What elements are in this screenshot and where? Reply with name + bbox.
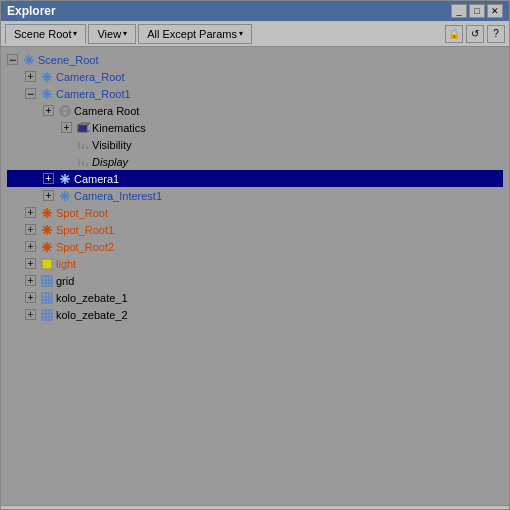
expand-icon[interactable]: + xyxy=(43,173,54,184)
kolo1-icon xyxy=(40,291,54,305)
label-visibility: Visibility xyxy=(90,139,132,151)
svg-rect-23 xyxy=(86,146,88,149)
explorer-window: Explorer _ □ ✕ Scene Root▾ View▾ All Exc… xyxy=(0,0,510,510)
svg-rect-24 xyxy=(78,159,80,166)
window-title: Explorer xyxy=(7,4,56,18)
toolbar: Scene Root▾ View▾ All Except Params▾ 🔒 ↺… xyxy=(1,21,509,47)
lock-icon: 🔒 xyxy=(448,28,460,39)
expand-icon[interactable]: + xyxy=(25,224,36,235)
tree-area[interactable]: − Scene_Root + xyxy=(1,47,509,505)
svg-rect-25 xyxy=(82,161,84,166)
camera-interest1-icon xyxy=(58,189,72,203)
tree-item-spot-root[interactable]: + Spot_Root xyxy=(7,204,503,221)
help-icon: ? xyxy=(493,28,499,39)
expand-icon[interactable]: + xyxy=(61,122,72,133)
help-button[interactable]: ? xyxy=(487,25,505,43)
expand-icon[interactable]: + xyxy=(25,207,36,218)
label-camera-root: Camera_Root xyxy=(54,71,124,83)
tree-item-light[interactable]: + light xyxy=(7,255,503,272)
title-bar-buttons: _ □ ✕ xyxy=(451,4,503,18)
refresh-icon: ↺ xyxy=(471,28,479,39)
no-expand xyxy=(61,139,72,150)
label-display: Display xyxy=(90,156,128,168)
tree-item-kinematics[interactable]: + Kinematics xyxy=(7,119,503,136)
expand-icon[interactable]: + xyxy=(25,292,36,303)
minimize-button[interactable]: _ xyxy=(451,4,467,18)
grid-icon xyxy=(40,274,54,288)
svg-rect-48 xyxy=(42,276,52,286)
light-icon xyxy=(40,257,54,271)
expand-icon[interactable]: + xyxy=(25,241,36,252)
tree-item-spot-root2[interactable]: + Spot_Root2 xyxy=(7,238,503,255)
svg-rect-47 xyxy=(42,259,52,269)
expand-icon[interactable]: − xyxy=(25,88,36,99)
label-spot-root2: Spot_Root2 xyxy=(54,241,114,253)
label-kolo-zebate-2: kolo_zebate_2 xyxy=(54,309,128,321)
kolo2-icon xyxy=(40,308,54,322)
expand-icon[interactable]: + xyxy=(25,309,36,320)
svg-rect-58 xyxy=(42,310,52,320)
svg-rect-21 xyxy=(78,142,80,149)
no-expand xyxy=(61,156,72,167)
label-scene-root: Scene_Root xyxy=(36,54,99,66)
sphere-icon xyxy=(58,104,72,118)
refresh-button[interactable]: ↺ xyxy=(466,25,484,43)
display-icon xyxy=(76,155,90,169)
tree-item-kolo-zebate-1[interactable]: + kolo_zebate_1 xyxy=(7,289,503,306)
chevron-down-icon: ▾ xyxy=(123,29,127,38)
svg-rect-15 xyxy=(78,125,87,132)
tree-item-scene-root[interactable]: − Scene_Root xyxy=(7,51,503,68)
spot-root-icon xyxy=(40,206,54,220)
label-camera-interest1: Camera_Interest1 xyxy=(72,190,162,202)
expand-icon[interactable]: − xyxy=(7,54,18,65)
expand-icon[interactable]: + xyxy=(43,190,54,201)
label-spot-root1: Spot_Root1 xyxy=(54,224,114,236)
lock-button[interactable]: 🔒 xyxy=(445,25,463,43)
scene-icon xyxy=(22,53,36,67)
label-camera-root1: Camera_Root1 xyxy=(54,88,131,100)
tree-item-camera-root-child[interactable]: + Camera Root xyxy=(7,102,503,119)
tree-item-grid[interactable]: + grid xyxy=(7,272,503,289)
camera1-icon xyxy=(58,172,72,186)
tree-item-visibility[interactable]: Visibility xyxy=(7,136,503,153)
visibility-icon xyxy=(76,138,90,152)
label-camera-root-child: Camera Root xyxy=(72,105,139,117)
svg-rect-26 xyxy=(86,163,88,166)
tree-item-display[interactable]: Display xyxy=(7,153,503,170)
chevron-down-icon: ▾ xyxy=(239,29,243,38)
label-light: light xyxy=(54,258,76,270)
expand-icon[interactable]: + xyxy=(43,105,54,116)
maximize-button[interactable]: □ xyxy=(469,4,485,18)
label-camera1: Camera1 xyxy=(72,173,119,185)
status-bar xyxy=(1,505,509,509)
camera-icon xyxy=(40,70,54,84)
camera-root1-icon xyxy=(40,87,54,101)
tree-item-kolo-zebate-2[interactable]: + kolo_zebate_2 xyxy=(7,306,503,323)
label-spot-root: Spot_Root xyxy=(54,207,108,219)
kinematics-icon xyxy=(76,121,90,135)
expand-icon[interactable]: + xyxy=(25,275,36,286)
svg-rect-53 xyxy=(42,293,52,303)
tree-item-camera-root[interactable]: + Camera_Root xyxy=(7,68,503,85)
chevron-down-icon: ▾ xyxy=(73,29,77,38)
tree-item-camera-root1[interactable]: − Camera_Root1 xyxy=(7,85,503,102)
label-kinematics: Kinematics xyxy=(90,122,146,134)
toolbar-right-icons: 🔒 ↺ ? xyxy=(445,25,505,43)
tab-view[interactable]: View▾ xyxy=(88,24,136,44)
title-bar: Explorer _ □ ✕ xyxy=(1,1,509,21)
tree-item-camera1[interactable]: + Camera1 xyxy=(7,170,503,187)
expand-icon[interactable]: + xyxy=(25,258,36,269)
spot-root1-icon xyxy=(40,223,54,237)
svg-rect-22 xyxy=(82,144,84,149)
expand-icon[interactable]: + xyxy=(25,71,36,82)
close-button[interactable]: ✕ xyxy=(487,4,503,18)
label-grid: grid xyxy=(54,275,74,287)
tree-item-spot-root1[interactable]: + Spot_Root1 xyxy=(7,221,503,238)
label-kolo-zebate-1: kolo_zebate_1 xyxy=(54,292,128,304)
tab-all-except-params[interactable]: All Except Params▾ xyxy=(138,24,252,44)
spot-root2-icon xyxy=(40,240,54,254)
content-area: − Scene_Root + xyxy=(1,47,509,505)
tree-item-camera-interest1[interactable]: + Camera_Interest1 xyxy=(7,187,503,204)
tab-scene-root[interactable]: Scene Root▾ xyxy=(5,24,86,44)
